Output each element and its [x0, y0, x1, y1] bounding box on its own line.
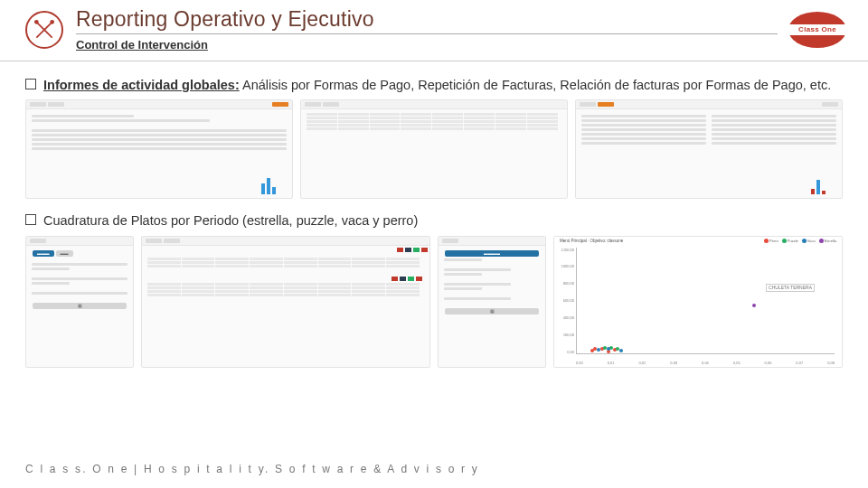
thumbnail-row-dishes: ▬▬▬▬▬ ▦	[25, 236, 843, 368]
thumbnail-row-reports	[25, 99, 843, 199]
report-thumb-invoice-repeat	[300, 99, 568, 199]
header-divider	[0, 61, 868, 61]
svg-point-2	[35, 20, 38, 23]
panel-dish-table	[141, 236, 430, 368]
report-thumb-payment-analysis	[25, 99, 293, 199]
checkbox-icon	[25, 79, 36, 89]
brand-logo-text: Class One	[788, 24, 846, 35]
page-title: Reporting Operativo y Ejecutivo	[76, 7, 778, 34]
panel-filters-left: ▬▬▬▬▬ ▦	[25, 236, 134, 368]
panel-scatter-chart: Menú Principal · Objetivo: classone Perr…	[553, 236, 843, 368]
report-thumb-invoice-by-payment	[575, 99, 843, 199]
brand-logo: Class One	[788, 12, 846, 48]
bullet-text: Informes de actividad globales: Análisis…	[43, 76, 831, 94]
brand-emblem-icon	[25, 11, 63, 49]
checkbox-icon	[25, 214, 36, 225]
footer-brand: C l a s s. O n e | H o s p i t a l i t y…	[25, 463, 479, 475]
bullet-item: Cuadratura de Platos por Periodo (estrel…	[25, 211, 843, 230]
svg-point-3	[51, 20, 53, 23]
chart-annotation: CHULETA TERNERA	[766, 284, 815, 292]
page-subtitle: Control de Intervención	[76, 38, 778, 52]
bullet-item: Informes de actividad globales: Análisis…	[25, 76, 843, 94]
bullet-text: Cuadratura de Platos por Periodo (estrel…	[43, 211, 418, 230]
panel-filters-right: ▬▬▬▬ ▦	[438, 236, 546, 368]
slide-header: Reporting Operativo y Ejecutivo Control …	[0, 0, 868, 55]
